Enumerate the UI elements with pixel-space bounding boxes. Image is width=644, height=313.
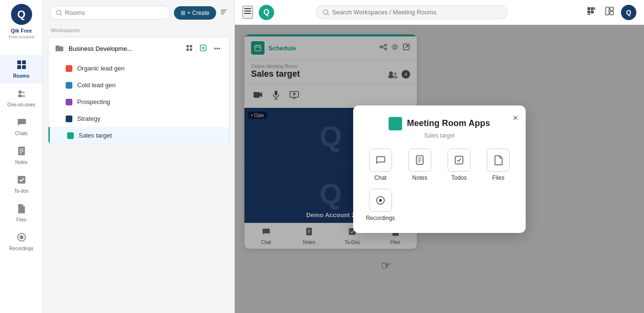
- modal-header: Meeting Room Apps: [365, 117, 514, 130]
- room-color-dot: [67, 132, 74, 139]
- recordings-label: Recordings: [9, 246, 34, 251]
- svg-line-31: [327, 13, 329, 15]
- sidebar-item-recordings[interactable]: Recordings: [0, 227, 43, 256]
- rooms-search-box[interactable]: [50, 6, 170, 20]
- svg-point-4: [18, 91, 22, 94]
- room-name: Cold lead gen: [77, 81, 115, 89]
- workspace-group: Business Developme... ••• Organic lead g…: [48, 37, 230, 144]
- sidebar-item-notes[interactable]: Notes: [0, 141, 43, 170]
- one-on-ones-icon: [16, 88, 27, 101]
- svg-rect-38: [606, 7, 609, 15]
- app-label-todos: Todos: [451, 174, 467, 181]
- room-name: Organic lead gen: [77, 65, 125, 72]
- app-label-files: Files: [492, 174, 504, 181]
- modal-color-box: [389, 117, 402, 130]
- app-icon-recordings: [369, 189, 392, 212]
- room-item-strategy[interactable]: Strategy: [48, 110, 229, 127]
- workspace-add-button[interactable]: [197, 43, 209, 54]
- modal-close-button[interactable]: ×: [513, 113, 518, 123]
- workspace-folder-icon: [55, 44, 64, 54]
- one-on-ones-label: One-on-ones: [7, 102, 35, 107]
- workspace-header[interactable]: Business Developme... •••: [48, 37, 229, 60]
- svg-point-5: [22, 92, 24, 94]
- sidebar-item-todos[interactable]: To-dos: [0, 170, 43, 198]
- app-item-files[interactable]: Files: [483, 149, 514, 181]
- create-icon: ⊞: [181, 10, 185, 16]
- svg-rect-40: [610, 12, 613, 15]
- workspace-name: Business Developme...: [69, 45, 179, 52]
- avatar-letter: Q: [626, 9, 632, 16]
- top-search-input[interactable]: [332, 9, 500, 16]
- rooms-label: Rooms: [13, 73, 30, 79]
- app-item-chat[interactable]: Chat: [365, 149, 396, 181]
- sidebar-item-one-on-ones[interactable]: One-on-ones: [0, 83, 43, 112]
- modal-overlay: Meeting Room Apps × Sales target Chat: [235, 25, 644, 313]
- hamburger-button[interactable]: [242, 6, 253, 19]
- sidebar-item-chats[interactable]: Chats: [0, 112, 43, 141]
- app-item-notes[interactable]: Notes: [404, 149, 436, 181]
- modal-apps-grid: Chat Notes Todos: [365, 149, 514, 181]
- svg-rect-37: [587, 14, 590, 15]
- top-search-icon: [323, 9, 329, 16]
- workspace-grid-button[interactable]: [184, 44, 195, 54]
- rooms-search-input[interactable]: [65, 9, 164, 16]
- app-label-notes: Notes: [412, 174, 427, 181]
- app-label-recordings: Recordings: [366, 215, 395, 221]
- app-item-recordings[interactable]: Recordings: [365, 189, 396, 221]
- svg-rect-39: [610, 7, 613, 11]
- hamburger-icon: [243, 7, 252, 15]
- logo-letter: Q: [17, 8, 25, 21]
- layout-button[interactable]: [603, 4, 616, 20]
- svg-point-15: [57, 10, 61, 14]
- create-button[interactable]: ⊞ + Create: [174, 6, 216, 20]
- svg-point-30: [323, 10, 328, 14]
- sidebar-item-rooms[interactable]: Rooms: [0, 55, 43, 83]
- notes-icon: [16, 146, 27, 159]
- room-item-organic-lead-gen[interactable]: Organic lead gen: [48, 60, 229, 77]
- room-name: Prospecting: [77, 98, 110, 105]
- app-sub: Free Account: [9, 35, 34, 39]
- room-color-dot: [66, 65, 72, 72]
- svg-rect-1: [22, 60, 26, 64]
- app-icon-files: [487, 149, 510, 172]
- workspace-section-label: Workspaces: [43, 25, 234, 35]
- room-item-prospecting[interactable]: Prospecting: [48, 93, 229, 110]
- modal-subtitle: Sales target: [365, 132, 514, 139]
- room-item-cold-lead-gen[interactable]: Cold lead gen: [48, 77, 229, 93]
- recordings-icon: [16, 232, 27, 245]
- chats-label: Chats: [15, 131, 27, 136]
- top-search-box[interactable]: [316, 5, 507, 19]
- app-label-chat: Chat: [374, 174, 386, 181]
- sidebar-item-files[interactable]: Files: [0, 198, 43, 227]
- room-item-sales-target[interactable]: Sales target: [48, 127, 229, 144]
- app-name: Qik Free: [9, 28, 34, 34]
- notes-label: Notes: [15, 160, 27, 165]
- app-logo: Q: [11, 4, 32, 25]
- app-item-todos[interactable]: Todos: [443, 149, 475, 181]
- sort-button[interactable]: [220, 8, 228, 18]
- files-icon: [16, 203, 27, 216]
- user-avatar[interactable]: Q: [621, 5, 636, 20]
- room-name: Strategy: [77, 115, 100, 122]
- workspace-more-button[interactable]: •••: [212, 44, 222, 53]
- svg-rect-23: [190, 48, 192, 51]
- todos-label: To-dos: [14, 188, 28, 194]
- svg-rect-21: [190, 45, 192, 47]
- todos-icon: [16, 174, 27, 187]
- svg-rect-35: [587, 11, 590, 13]
- svg-rect-22: [186, 48, 189, 51]
- modal-title: Meeting Room Apps: [407, 118, 490, 128]
- search-icon: [56, 10, 62, 16]
- svg-rect-20: [186, 45, 189, 47]
- content-area: Schedule Online Meeting Room Sales: [235, 25, 644, 313]
- svg-point-7: [22, 95, 25, 97]
- svg-rect-34: [594, 7, 595, 10]
- grid-apps-button[interactable]: [585, 4, 598, 20]
- svg-rect-33: [591, 7, 594, 10]
- svg-rect-75: [455, 156, 463, 164]
- svg-line-16: [60, 14, 62, 15]
- room-color-dot: [66, 99, 72, 105]
- top-right-icons: Q: [585, 4, 636, 20]
- svg-rect-32: [587, 7, 590, 10]
- chats-icon: [16, 117, 27, 130]
